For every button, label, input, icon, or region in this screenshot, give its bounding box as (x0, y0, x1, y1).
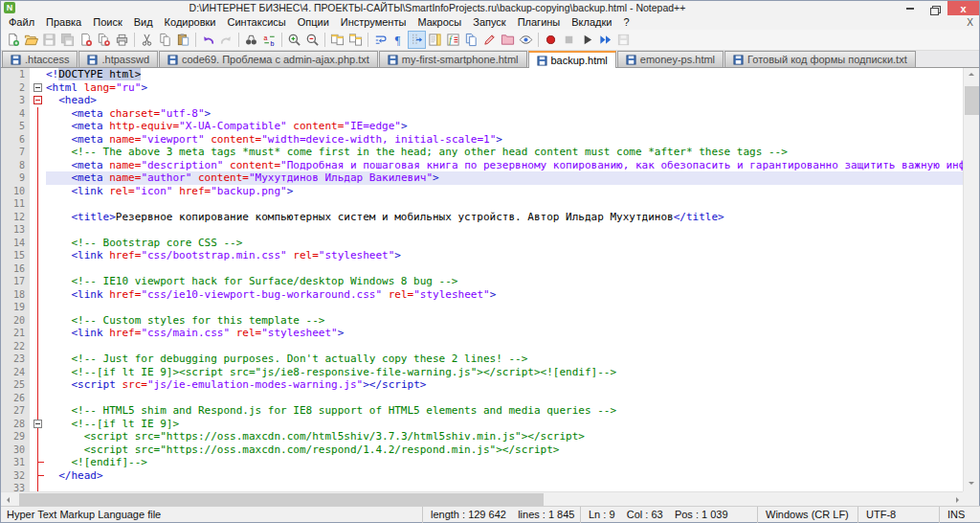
code-line-15[interactable]: 15 <link href="css/bootstrap.min.css" re… (1, 249, 965, 262)
code-line-1[interactable]: 1<!DOCTYPE html> (1, 68, 965, 81)
word-wrap-button[interactable] (371, 31, 390, 49)
find-button[interactable] (242, 31, 260, 49)
paste-button[interactable] (174, 31, 192, 49)
define-language-button[interactable] (480, 31, 499, 49)
code-line-6[interactable]: 6 <meta name="viewport" content="width=d… (1, 133, 965, 147)
code-line-14[interactable]: 14 <!-- Bootstrap core CSS --> (1, 237, 965, 250)
cut-button[interactable] (138, 31, 156, 49)
doc-map-button[interactable] (426, 31, 444, 49)
code-line-7[interactable]: 7 <!-- The above 3 meta tags *must* come… (1, 146, 965, 159)
save-all-button[interactable] (58, 31, 77, 49)
menu-plugins[interactable]: Плагины (512, 15, 567, 30)
macro-run-multiple-button[interactable] (596, 31, 614, 49)
code-line-25[interactable]: 25 <script src="js/ie-emulation-modes-wa… (1, 378, 965, 392)
code-line-30[interactable]: 30 <script src="https://oss.maxcdn.com/r… (1, 443, 965, 457)
zoom-out-button[interactable] (303, 31, 322, 49)
menu-encoding[interactable]: Кодировки (159, 15, 222, 30)
new-file-button[interactable] (4, 31, 22, 49)
sync-vertical-button[interactable] (328, 31, 346, 49)
menu-macro[interactable]: Макросы (412, 15, 467, 30)
code-line-26[interactable]: 26 (1, 392, 965, 405)
tab-4-active[interactable]: backup.html (528, 51, 616, 68)
code-line-19[interactable]: 19 (1, 301, 965, 314)
close-file-button[interactable] (77, 31, 95, 49)
code-line-11[interactable]: 11 (1, 197, 965, 211)
macro-play-button[interactable] (578, 31, 596, 49)
undo-button[interactable] (199, 31, 217, 49)
show-all-characters-button[interactable]: ¶ (390, 31, 408, 49)
macro-stop-button[interactable] (560, 31, 578, 49)
code-line-24[interactable]: 24 <!--[if lt IE 9]><script src="js/ie8-… (1, 366, 965, 379)
tab-1[interactable]: .htpasswd (78, 51, 158, 67)
code-line-13[interactable]: 13 (1, 223, 965, 237)
code-line-23[interactable]: 23 <!-- Just for debugging purposes. Don… (1, 352, 965, 366)
macro-save-button[interactable] (614, 31, 633, 49)
code-line-16[interactable]: 16 (1, 262, 965, 276)
menu-help[interactable]: ? (617, 15, 635, 30)
tab-2[interactable]: code69. Проблема с admin-ajax.php.txt (159, 51, 378, 67)
menu-search[interactable]: Поиск (87, 15, 127, 30)
code-line-18[interactable]: 18 <link href="css/ie10-viewport-bug-wor… (1, 288, 965, 302)
fold-collapse-icon[interactable] (33, 96, 42, 104)
code-line-4[interactable]: 4 <meta charset="utf-8"> (1, 107, 965, 121)
copy-button[interactable] (156, 31, 174, 49)
sync-horizontal-button[interactable] (346, 31, 365, 49)
macro-record-button[interactable] (542, 31, 560, 49)
fold-margin[interactable] (30, 94, 46, 107)
code-line-22[interactable]: 22 (1, 340, 965, 353)
close-all-button[interactable] (95, 31, 113, 49)
minimize-button[interactable] (898, 1, 923, 15)
save-file-button[interactable] (40, 31, 58, 49)
fold-collapse-icon[interactable] (33, 83, 42, 92)
restore-button[interactable] (923, 1, 947, 15)
code-line-28[interactable]: 28 <!--[if lt IE 9]> (1, 418, 965, 431)
code-line-27[interactable]: 27 <!-- HTML5 shim and Respond.js for IE… (1, 404, 965, 418)
code-line-21[interactable]: 21 <link href="css/main.css" rel="styles… (1, 327, 965, 340)
menu-run[interactable]: Запуск (467, 15, 511, 30)
code-editor[interactable]: 1<!DOCTYPE html>2<html lang="ru">3 <head… (1, 68, 965, 491)
scroll-down-arrow[interactable] (964, 475, 980, 491)
replace-button[interactable]: ab (260, 31, 278, 49)
folder-as-workspace-button[interactable] (499, 31, 517, 49)
code-line-9[interactable]: 9 <meta name="author" content="Мухутдино… (1, 171, 965, 185)
vertical-scrollbar[interactable] (963, 68, 979, 491)
tab-5[interactable]: emoney-ps.html (617, 51, 724, 67)
fold-margin[interactable] (30, 418, 46, 431)
menu-edit[interactable]: Правка (40, 15, 87, 30)
code-line-29[interactable]: 29 <script src="https://oss.maxcdn.com/h… (1, 430, 965, 443)
code-line-2[interactable]: 2<html lang="ru"> (1, 81, 965, 95)
tab-6[interactable]: Готовый код формы подписки.txt (724, 51, 916, 67)
code-line-8[interactable]: 8 <meta name="description" content="Подр… (1, 159, 965, 172)
menu-language[interactable]: Синтаксисы (222, 15, 292, 30)
open-file-button[interactable] (22, 31, 40, 49)
menubar-close-icon[interactable]: X (967, 15, 973, 30)
zoom-in-button[interactable] (285, 31, 303, 49)
menu-settings[interactable]: Опции (292, 15, 335, 30)
tab-3[interactable]: my-first-smartphone.html (379, 51, 527, 67)
fold-collapse-icon[interactable] (33, 420, 42, 428)
code-line-12[interactable]: 12 <title>Резервное копирование компьюте… (1, 211, 965, 224)
code-line-3[interactable]: 3 <head> (1, 94, 965, 107)
menu-view[interactable]: Вид (128, 15, 159, 30)
menu-file[interactable]: Файл (3, 15, 40, 30)
vertical-scroll-thumb[interactable] (965, 86, 979, 115)
function-list-button[interactable]: f (444, 31, 462, 49)
code-line-32[interactable]: 32 </head> (1, 469, 965, 483)
code-line-10[interactable]: 10 <link rel="icon" href="backup.png"> (1, 185, 965, 198)
code-line-17[interactable]: 17 <!-- IE10 viewport hack for Surface/d… (1, 275, 965, 288)
print-button[interactable] (113, 31, 131, 49)
fold-margin[interactable] (30, 81, 46, 95)
close-button[interactable]: x (947, 1, 979, 15)
code-line-20[interactable]: 20 <!-- Custom styles for this template … (1, 314, 965, 328)
menu-tabs[interactable]: Вкладки (566, 15, 617, 30)
scroll-up-arrow[interactable] (964, 68, 980, 84)
tab-0[interactable]: .htaccess (2, 51, 78, 67)
code-line-31[interactable]: 31 <![endif]--> (1, 456, 965, 469)
menu-tools[interactable]: Инструменты (335, 15, 412, 30)
document-list-button[interactable] (462, 31, 480, 49)
code-line-5[interactable]: 5 <meta http-equiv="X-UA-Compatible" con… (1, 120, 965, 133)
show-indent-guide-button[interactable] (408, 31, 426, 49)
monitoring-button[interactable] (517, 31, 535, 49)
code-line-33[interactable]: 33 (1, 482, 965, 491)
redo-button[interactable] (217, 31, 235, 49)
